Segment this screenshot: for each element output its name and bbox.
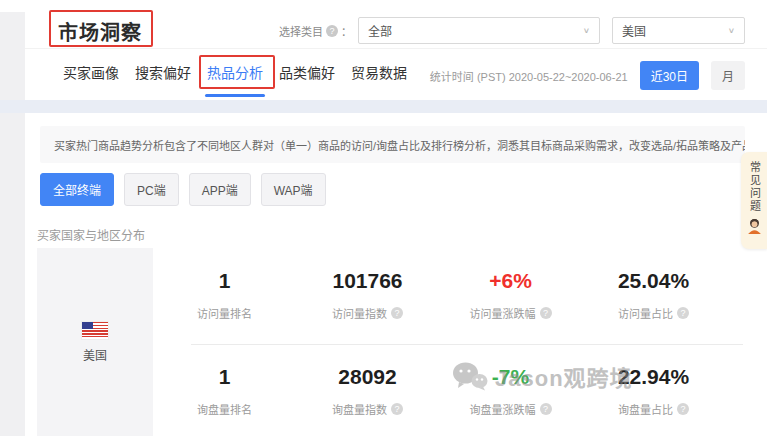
panel-description: 买家热门商品趋势分析包含了不同地区人群对（单一）商品的访问/询盘占比及排行榜分析…	[40, 126, 745, 163]
faq-side-tab[interactable]: 常见问题	[741, 152, 767, 249]
help-icon[interactable]: ?	[540, 403, 552, 415]
left-gutter	[0, 12, 25, 436]
tab-hot-product-analysis[interactable]: 热品分析	[207, 62, 263, 96]
country-select[interactable]: 美国 ∨	[612, 17, 745, 44]
faq-tab-label: 常见问题	[749, 161, 760, 213]
stat-inquiry-index: 28092 询盘量指数 ?	[296, 344, 439, 436]
help-icon[interactable]: ?	[391, 403, 403, 415]
stat-value: -7%	[492, 365, 529, 389]
stat-value: 25.04%	[618, 269, 689, 293]
help-icon[interactable]: ?	[677, 403, 689, 415]
tab-search-preference[interactable]: 搜索偏好	[135, 62, 191, 96]
stat-label: 询盘量指数 ?	[332, 401, 403, 417]
stat-value: 28092	[338, 365, 396, 389]
stat-value: 1	[219, 365, 231, 389]
help-icon[interactable]: ?	[391, 307, 403, 319]
stat-label: 访问量占比 ?	[618, 305, 689, 321]
country-cell: 美国	[37, 248, 153, 436]
market-insight-page: 市场洞察 选择类目 ? ： 全部 ∨ 美国 ∨ 买家画像 搜索偏好 热品分析 品…	[0, 0, 767, 436]
stat-label: 询盘量排名	[197, 401, 252, 417]
terminal-wap-button[interactable]: WAP端	[261, 173, 326, 206]
stat-value: 22.94%	[618, 365, 689, 389]
category-label-separator: ：	[341, 23, 352, 39]
help-icon[interactable]: ?	[326, 25, 338, 37]
stat-label: 询盘量涨跌幅 ?	[470, 401, 552, 417]
page-title: 市场洞察	[58, 17, 142, 46]
stat-value: 101766	[332, 269, 402, 293]
stat-visit-change: +6% 访问量涨跌幅 ?	[439, 248, 582, 344]
stat-label: 询盘量占比 ?	[618, 401, 689, 417]
stat-rows: 1 访问量排名 101766 访问量指数 ? +6%	[153, 248, 745, 436]
stats-time-label: 统计时间 (PST) 2020-05-22~2020-06-21	[430, 68, 628, 84]
terminal-filter-group: 全部终端 PC端 APP端 WAP端	[40, 173, 326, 206]
chevron-down-icon: ∨	[728, 26, 735, 35]
us-flag-icon	[82, 322, 108, 339]
range-month-button[interactable]: 月	[711, 61, 745, 90]
category-select-label: 选择类目 ? ：	[279, 23, 352, 39]
section-title: 买家国家与地区分布	[37, 226, 145, 243]
category-select-value: 全部	[368, 22, 392, 39]
stat-label: 访问量指数 ?	[332, 305, 403, 321]
tab-bar: 买家画像 搜索偏好 热品分析 品类偏好 贸易数据 统计时间 (PST) 2020…	[25, 48, 767, 100]
country-select-value: 美国	[622, 22, 646, 39]
section-gap	[0, 100, 767, 113]
help-icon[interactable]: ?	[677, 307, 689, 319]
country-distribution-table: 美国 1 访问量排名 101766 访问量指数 ?	[37, 248, 745, 436]
stat-label: 访问量涨跌幅 ?	[470, 305, 552, 321]
range-30d-button[interactable]: 近30日	[640, 61, 699, 90]
table-row-visits: 1 访问量排名 101766 访问量指数 ? +6%	[153, 248, 745, 344]
stat-label: 访问量排名	[197, 305, 252, 321]
tab-trade-data[interactable]: 贸易数据	[351, 62, 407, 96]
category-label-text: 选择类目	[279, 23, 323, 39]
chevron-down-icon: ∨	[583, 26, 590, 35]
terminal-pc-button[interactable]: PC端	[124, 173, 179, 206]
row-divider	[191, 344, 743, 345]
stat-visit-rank: 1 访问量排名	[153, 248, 296, 344]
country-name: 美国	[83, 346, 107, 363]
stat-inquiry-rank: 1 询盘量排名	[153, 344, 296, 436]
terminal-all-button[interactable]: 全部终端	[40, 173, 114, 206]
terminal-app-button[interactable]: APP端	[189, 173, 251, 206]
page-header: 市场洞察 选择类目 ? ： 全部 ∨ 美国 ∨	[25, 12, 767, 48]
tabs: 买家画像 搜索偏好 热品分析 品类偏好 贸易数据	[63, 62, 423, 96]
stat-visit-index: 101766 访问量指数 ?	[296, 248, 439, 344]
tab-category-preference[interactable]: 品类偏好	[279, 62, 335, 96]
table-row-inquiries: 1 询盘量排名 28092 询盘量指数 ? -7%	[153, 344, 745, 436]
header-selectors: 选择类目 ? ： 全部 ∨ 美国 ∨	[279, 17, 745, 44]
assistant-avatar-icon	[746, 217, 763, 234]
stat-value: 1	[219, 269, 231, 293]
toolbar: 统计时间 (PST) 2020-05-22~2020-06-21 近30日 月	[430, 61, 745, 90]
category-select[interactable]: 全部 ∨	[358, 17, 600, 44]
tab-buyer-profile[interactable]: 买家画像	[63, 62, 119, 96]
stat-inquiry-share: 22.94% 询盘量占比 ?	[582, 344, 725, 436]
stat-value: +6%	[489, 269, 532, 293]
hot-product-panel: 买家热门商品趋势分析包含了不同地区人群对（单一）商品的访问/询盘占比及排行榜分析…	[25, 113, 767, 436]
stat-visit-share: 25.04% 访问量占比 ?	[582, 248, 725, 344]
stat-inquiry-change: -7% 询盘量涨跌幅 ?	[439, 344, 582, 436]
help-icon[interactable]: ?	[540, 307, 552, 319]
